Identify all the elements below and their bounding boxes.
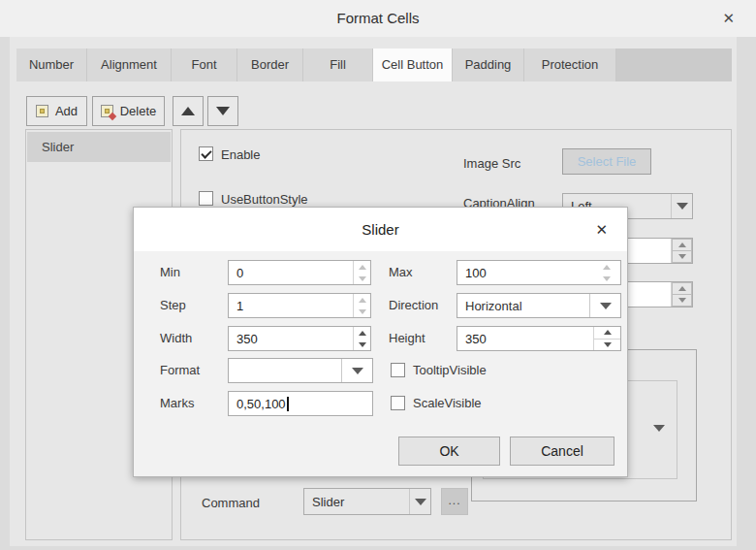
spin-down-icon[interactable] bbox=[672, 295, 692, 307]
tab-padding[interactable]: Padding bbox=[453, 49, 524, 81]
window-title: Format Cells bbox=[0, 0, 756, 37]
text-caret bbox=[287, 397, 289, 411]
command-label: Command bbox=[202, 496, 260, 510]
tab-protection[interactable]: Protection bbox=[524, 49, 616, 81]
move-up-button[interactable] bbox=[173, 96, 204, 126]
slider-dialog: Slider ✕ Min 0 Max 100 Step 1 bbox=[133, 207, 628, 477]
tab-cell-button[interactable]: Cell Button bbox=[373, 49, 453, 81]
spin-down-icon[interactable] bbox=[354, 339, 370, 350]
spin-up-icon[interactable] bbox=[594, 327, 620, 339]
use-button-style-label: UseButtonStyle bbox=[221, 192, 308, 207]
spin-up-icon[interactable] bbox=[672, 239, 692, 251]
spin-up-icon[interactable] bbox=[354, 261, 370, 273]
delete-icon bbox=[101, 105, 113, 117]
cancel-button[interactable]: Cancel bbox=[510, 437, 614, 466]
direction-dropdown-arrow[interactable] bbox=[589, 294, 620, 317]
step-input[interactable]: 1 bbox=[228, 293, 371, 318]
tooltip-visible-label: TooltipVisible bbox=[413, 358, 487, 383]
enable-label: Enable bbox=[221, 147, 260, 162]
spin-up-icon[interactable] bbox=[672, 282, 692, 295]
spin-down-icon[interactable] bbox=[593, 273, 620, 284]
height-label: Height bbox=[389, 326, 425, 351]
spin-down-icon[interactable] bbox=[672, 251, 692, 263]
tab-font[interactable]: Font bbox=[172, 49, 237, 81]
width-label: Width bbox=[160, 326, 192, 351]
ok-button[interactable]: OK bbox=[398, 437, 500, 466]
width-input[interactable]: 350 bbox=[228, 326, 371, 351]
tab-strip-filler bbox=[616, 49, 732, 81]
spin-down-icon[interactable] bbox=[594, 339, 620, 351]
tab-number[interactable]: Number bbox=[16, 49, 87, 81]
min-input[interactable]: 0 bbox=[228, 260, 371, 285]
tab-fill[interactable]: Fill bbox=[303, 49, 373, 81]
command-ellipsis-button[interactable]: ... bbox=[441, 488, 468, 515]
marks-input[interactable]: 0,50,100 bbox=[228, 391, 373, 416]
caption-align-arrow[interactable] bbox=[671, 194, 692, 218]
marks-value: 0,50,100 bbox=[236, 397, 286, 411]
chevron-down-icon bbox=[653, 425, 665, 432]
add-button-label: Add bbox=[55, 104, 78, 118]
arrow-up-icon bbox=[181, 107, 195, 115]
direction-value: Horizontal bbox=[465, 294, 522, 317]
window-close-icon[interactable]: ✕ bbox=[722, 0, 735, 37]
chevron-down-icon bbox=[677, 203, 688, 210]
max-spinner[interactable] bbox=[593, 261, 620, 284]
min-spinner[interactable] bbox=[353, 261, 370, 284]
spin-up-icon[interactable] bbox=[354, 294, 370, 306]
slider-dialog-close-icon[interactable]: ✕ bbox=[595, 208, 608, 251]
spin-up-icon[interactable] bbox=[354, 327, 370, 339]
min-value: 0 bbox=[236, 261, 243, 284]
spinner-2[interactable] bbox=[671, 282, 692, 307]
select-file-button[interactable]: Select File bbox=[562, 148, 651, 175]
format-label: Format bbox=[160, 358, 200, 383]
command-value: Slider bbox=[312, 489, 344, 514]
width-spinner[interactable] bbox=[353, 327, 370, 350]
spin-down-icon[interactable] bbox=[354, 306, 370, 317]
spin-up-icon[interactable] bbox=[593, 261, 620, 273]
window-titlebar: Format Cells ✕ bbox=[0, 0, 756, 37]
spin-down-icon[interactable] bbox=[354, 273, 370, 284]
spinner-1[interactable] bbox=[671, 239, 692, 263]
max-value: 100 bbox=[465, 261, 487, 284]
height-spinner[interactable] bbox=[593, 327, 620, 350]
enable-checkbox[interactable] bbox=[199, 146, 213, 161]
delete-button[interactable]: Delete bbox=[92, 96, 165, 126]
scale-visible-label: ScaleVisible bbox=[413, 391, 482, 416]
height-input[interactable]: 350 bbox=[457, 326, 621, 351]
move-down-button[interactable] bbox=[207, 96, 238, 126]
format-dropdown[interactable] bbox=[228, 358, 373, 383]
format-cells-window: Format Cells ✕ Number Alignment Font Bor… bbox=[0, 0, 756, 550]
command-dropdown-arrow[interactable] bbox=[409, 489, 430, 514]
direction-label: Direction bbox=[389, 293, 438, 318]
step-spinner[interactable] bbox=[353, 294, 370, 317]
tab-alignment[interactable]: Alignment bbox=[87, 49, 172, 81]
arrow-down-icon bbox=[216, 107, 230, 115]
chevron-down-icon bbox=[415, 499, 426, 505]
scale-visible-checkbox[interactable] bbox=[391, 396, 405, 410]
delete-button-label: Delete bbox=[120, 104, 157, 118]
marks-label: Marks bbox=[160, 391, 194, 416]
direction-dropdown[interactable]: Horizontal bbox=[457, 293, 621, 318]
tab-strip: Number Alignment Font Border Fill Cell B… bbox=[16, 49, 732, 81]
chevron-down-icon bbox=[352, 368, 363, 374]
slider-dialog-title: Slider bbox=[134, 208, 627, 251]
tooltip-visible-checkbox[interactable] bbox=[391, 363, 405, 377]
use-button-style-checkbox[interactable] bbox=[199, 191, 213, 206]
max-input[interactable]: 100 bbox=[457, 260, 621, 285]
slider-dialog-titlebar: Slider ✕ bbox=[134, 208, 627, 251]
min-label: Min bbox=[160, 260, 180, 285]
width-value: 350 bbox=[236, 327, 258, 350]
add-button[interactable]: Add bbox=[26, 96, 87, 126]
format-dropdown-arrow[interactable] bbox=[341, 359, 372, 382]
command-dropdown[interactable]: Slider bbox=[303, 488, 431, 515]
list-item-slider[interactable]: Slider bbox=[27, 132, 171, 162]
image-src-label: Image Src bbox=[463, 156, 520, 171]
add-icon bbox=[36, 105, 48, 117]
height-value: 350 bbox=[465, 327, 487, 350]
step-label: Step bbox=[160, 293, 186, 318]
tab-border[interactable]: Border bbox=[237, 49, 303, 81]
chevron-down-icon bbox=[600, 303, 612, 309]
step-value: 1 bbox=[236, 294, 243, 317]
max-label: Max bbox=[389, 260, 413, 285]
